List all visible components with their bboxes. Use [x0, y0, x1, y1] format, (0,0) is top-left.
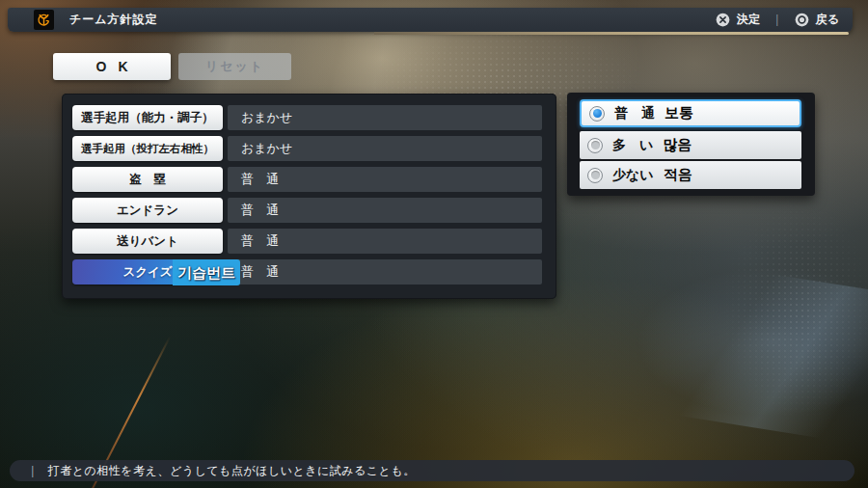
setting-label-button[interactable]: エンドラン — [72, 198, 223, 223]
setting-label-button[interactable]: 盗 塁 — [72, 167, 223, 192]
radio-unchecked-icon — [587, 138, 603, 153]
setting-value: おまかせ — [228, 105, 542, 130]
cross-button-icon — [716, 13, 730, 27]
setting-label-button[interactable]: 選手起用（能力・調子） — [72, 105, 223, 130]
setting-value: 普 通 — [228, 167, 542, 192]
circle-button-icon — [795, 13, 809, 27]
option-often[interactable]: 多 い 많음 — [580, 131, 801, 159]
top-bar: チーム方針設定 決定 ｜ 戻る — [8, 8, 853, 32]
setting-row-sacrifice-bunt: 送りバント 普 通 — [62, 229, 556, 254]
setting-row-squeeze: スクイズ 普 通 — [62, 259, 556, 285]
setting-row-player-usage-ability: 選手起用（能力・調子） おまかせ — [62, 105, 556, 130]
status-bar: ｜ 打者との相性を考え、どうしても点がほしいときに試みることも。 — [10, 460, 854, 481]
top-bar-underline — [374, 32, 849, 35]
setting-row-hit-and-run: エンドラン 普 通 — [62, 198, 556, 223]
controller-hints: 決定 ｜ 戻る — [716, 8, 839, 32]
setting-row-steal: 盗 塁 普 通 — [62, 167, 556, 192]
setting-value: 普 通 — [228, 198, 542, 223]
hint-separator: ｜ — [772, 12, 783, 28]
option-label: 少ない — [612, 167, 654, 184]
option-label: 普 通 — [614, 105, 655, 122]
status-tip-text: 打者との相性を考え、どうしても点がほしいときに試みることも。 — [48, 463, 416, 479]
translation-overlay-squeeze: 기습번트 — [173, 259, 240, 285]
setting-value: 普 通 — [228, 229, 542, 254]
ok-button[interactable]: OK — [53, 53, 171, 80]
setting-value: おまかせ — [228, 136, 542, 161]
game-screen: チーム方針設定 決定 ｜ 戻る OK リセット 選手起用（能力・調子） おまかせ… — [0, 0, 868, 488]
back-hint[interactable]: 戻る — [816, 12, 839, 28]
option-rarely[interactable]: 少ない 적음 — [580, 161, 801, 189]
option-label: 多 い — [612, 137, 653, 154]
setting-label-button[interactable]: 選手起用（投打左右相性） — [72, 136, 223, 161]
option-translation-overlay: 보통 — [665, 104, 693, 122]
setting-row-player-usage-matchup: 選手起用（投打左右相性） おまかせ — [62, 136, 556, 161]
background-dot-pattern — [719, 198, 868, 424]
team-logo-icon — [34, 10, 54, 30]
status-separator: ｜ — [27, 463, 39, 479]
confirm-hint[interactable]: 決定 — [737, 12, 760, 28]
setting-label-button[interactable]: 送りバント — [72, 229, 223, 254]
option-translation-overlay: 많음 — [663, 136, 692, 154]
team-policy-panel: 選手起用（能力・調子） おまかせ 選手起用（投打左右相性） おまかせ 盗 塁 普… — [62, 94, 556, 299]
radio-unchecked-icon — [587, 168, 603, 183]
reset-button[interactable]: リセット — [178, 53, 291, 80]
option-translation-overlay: 적음 — [664, 166, 692, 184]
page-title: チーム方針設定 — [69, 8, 158, 32]
radio-checked-icon — [589, 106, 605, 122]
squeeze-frequency-panel: 普 通 보통 多 い 많음 少ない 적음 — [567, 93, 815, 196]
setting-value: 普 通 — [228, 259, 542, 285]
option-normal[interactable]: 普 通 보통 — [580, 99, 801, 127]
